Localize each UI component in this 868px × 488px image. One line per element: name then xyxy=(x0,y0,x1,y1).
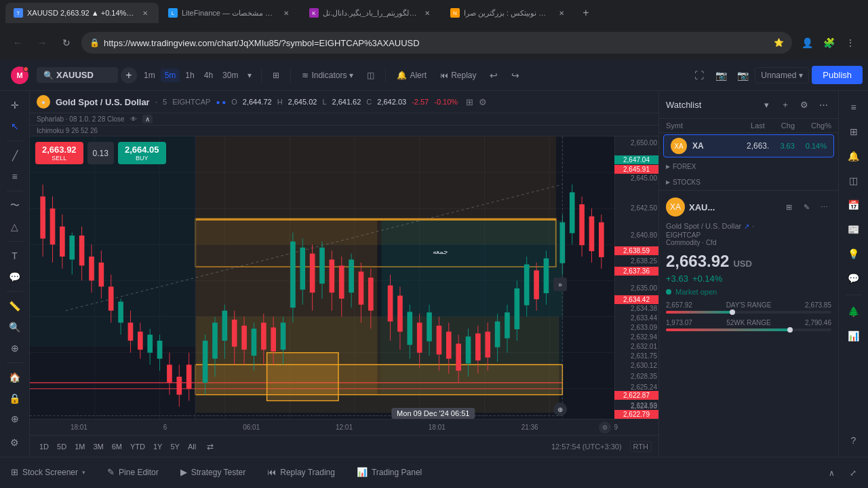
tab-replay-trading[interactable]: ⏮ Replay Trading xyxy=(256,457,346,488)
camera-button[interactable]: 📷 xyxy=(733,66,752,85)
watchlist-add-btn[interactable]: + xyxy=(777,96,793,113)
chart-drawing-area[interactable]: جمعه xyxy=(30,136,614,419)
watchlist-dropdown-btn[interactable]: ▾ xyxy=(758,96,774,113)
time-settings-icon[interactable]: ⚙ xyxy=(599,421,611,434)
measure-tool[interactable]: 📏 xyxy=(4,297,26,316)
crosshair-tool[interactable]: ✛ xyxy=(4,96,26,115)
settings-button[interactable]: ⚙ xyxy=(479,97,487,107)
zoom-tool[interactable]: 🔍 xyxy=(4,318,26,337)
pine-script-icon-btn[interactable]: 🌲 xyxy=(843,301,865,322)
symbol-search[interactable]: 🔍 XAUUSD xyxy=(37,67,118,83)
news-icon-btn[interactable]: 📰 xyxy=(843,219,865,240)
collapse-btn[interactable]: ∧ xyxy=(142,115,153,124)
period-1d[interactable]: 1D xyxy=(37,441,52,452)
replay-button[interactable]: ⏮ Replay xyxy=(435,68,481,83)
tab-close-4[interactable]: ✕ xyxy=(556,7,567,18)
tab-stock-screener[interactable]: ⊞ Stock Screener ▾ xyxy=(0,457,96,488)
tab-active[interactable]: T XAUUSD 2,663.92 ▲ +0.14% Un... ✕ xyxy=(5,3,159,23)
star-icon[interactable]: ⭐ xyxy=(774,38,784,48)
tf-5m[interactable]: 5m xyxy=(161,69,180,82)
user-avatar[interactable]: M xyxy=(11,67,28,84)
tf-30m[interactable]: 30m xyxy=(218,69,242,82)
hide-header-button[interactable]: ⊞ xyxy=(466,97,473,107)
chat-icon-btn[interactable]: 💬 xyxy=(843,267,865,289)
layers-icon-btn[interactable]: ⊞ xyxy=(843,121,865,143)
address-bar[interactable]: 🔒 https://www.tradingview.com/chart/JqXM… xyxy=(81,32,792,54)
templates-button[interactable]: ◫ xyxy=(361,68,380,83)
indicator-hide-1[interactable]: 👁 xyxy=(130,115,137,123)
watchlist-icon-btn[interactable]: ≡ xyxy=(843,96,865,118)
tab-pine-editor[interactable]: ✎ Pine Editor xyxy=(96,457,170,488)
tab-add-button[interactable]: + xyxy=(576,3,595,22)
calendar-icon-btn[interactable]: 📅 xyxy=(843,194,865,216)
indicators-button[interactable]: ≋ Indicators ▾ xyxy=(296,68,359,83)
watchlist-settings-btn[interactable]: ⚙ xyxy=(796,96,812,113)
tab-trading-panel[interactable]: 📊 Trading Panel xyxy=(346,457,433,488)
period-1y[interactable]: 1Y xyxy=(151,441,165,452)
external-link-icon[interactable]: ↗ xyxy=(744,223,749,230)
text-tool[interactable]: T xyxy=(4,247,26,265)
detail-more-btn[interactable]: ⋯ xyxy=(816,200,831,214)
tf-4h[interactable]: 4h xyxy=(200,69,217,82)
period-1m[interactable]: 1M xyxy=(72,441,87,452)
tf-1h[interactable]: 1h xyxy=(181,69,198,82)
panel-collapse-btn[interactable]: ∧ xyxy=(823,465,840,481)
period-ytd[interactable]: YTD xyxy=(127,441,148,452)
callout-tool[interactable]: 💬 xyxy=(4,268,26,286)
menu-button[interactable]: ⋮ xyxy=(841,33,860,52)
tab-close-2[interactable]: ✕ xyxy=(281,7,292,18)
tab-2[interactable]: L LiteFinance — تایید مشخصات ✕ xyxy=(160,3,300,23)
trend-line-tool[interactable]: ╱ xyxy=(4,147,26,165)
detail-grid-btn[interactable]: ⊞ xyxy=(781,200,796,214)
fullscreen-button[interactable]: ⛶ xyxy=(690,66,709,85)
refresh-button[interactable]: ↻ xyxy=(57,33,76,52)
stocks-section[interactable]: ▶ STOCKS xyxy=(659,174,838,190)
magnet-tool[interactable]: ⊕ xyxy=(4,339,26,357)
alerts-icon-btn[interactable]: 🔔 xyxy=(843,145,865,167)
tab-3[interactable]: K کتاب_الگوریتم_را_یاد_بگیر.دانال.تل... … xyxy=(301,3,441,23)
trading-icon-btn[interactable]: 📊 xyxy=(843,325,865,347)
ideas-icon-btn[interactable]: 💡 xyxy=(843,243,865,265)
drawing-tools-group[interactable]: ≡ xyxy=(4,168,26,186)
watchlist-more-btn[interactable]: ⋯ xyxy=(815,96,831,113)
alert-button[interactable]: 🔔 Alert xyxy=(391,68,432,83)
chart-home-button[interactable]: 🏠 xyxy=(4,369,26,387)
help-icon-btn[interactable]: ? xyxy=(843,430,865,451)
chart-type-button[interactable]: ⊞ xyxy=(267,68,285,83)
tab-close-3[interactable]: ✕ xyxy=(422,7,433,18)
period-5y[interactable]: 5Y xyxy=(167,441,182,452)
period-5d[interactable]: 5D xyxy=(54,441,69,452)
forex-section[interactable]: ▶ FOREX xyxy=(659,159,838,174)
add-symbol-button[interactable]: + xyxy=(121,67,137,83)
unnamed-dropdown[interactable]: Unnamed ▾ xyxy=(755,67,809,83)
redo-button[interactable]: ↪ xyxy=(506,66,525,85)
elliott-wave-tool[interactable]: 〜 xyxy=(4,197,26,215)
lock-tool[interactable]: 🔒 xyxy=(4,389,26,407)
period-all[interactable]: All xyxy=(185,441,199,452)
tab-4[interactable]: N صرافی نوبیتکس : بزرگترین صرا... ✕ xyxy=(442,3,575,23)
gann-tool[interactable]: △ xyxy=(4,218,26,236)
settings-tool[interactable]: ⚙ xyxy=(4,433,26,451)
extensions-button[interactable]: 🧩 xyxy=(819,33,838,52)
watchlist-row-xauusd[interactable]: XA XA 2,663. 3.63 0.14% xyxy=(663,134,834,157)
tab-strategy-tester[interactable]: ▶ Strategy Tester xyxy=(170,457,256,488)
compare-button[interactable]: ⇄ xyxy=(207,442,214,451)
panel-expand-btn[interactable]: ⤢ xyxy=(845,465,861,481)
forward-button[interactable]: → xyxy=(33,33,52,52)
detail-edit-btn[interactable]: ✎ xyxy=(799,200,814,214)
chart-layout-btn[interactable]: ◫ xyxy=(843,170,865,191)
buy-price-box[interactable]: 2,664.05 BUY xyxy=(118,142,166,164)
undo-button[interactable]: ↩ xyxy=(484,66,503,85)
cursor-tool[interactable]: ↖ xyxy=(4,117,26,136)
publish-button[interactable]: Publish xyxy=(812,66,863,84)
tab-close-1[interactable]: ✕ xyxy=(140,7,151,18)
snapshot-button[interactable]: 📷 xyxy=(711,66,730,85)
period-3m[interactable]: 3M xyxy=(90,441,106,452)
tf-1m[interactable]: 1m xyxy=(140,69,159,82)
expand-right-icon[interactable]: » xyxy=(553,278,567,291)
period-6m[interactable]: 6M xyxy=(109,441,125,452)
profile-button[interactable]: 👤 xyxy=(797,33,816,52)
back-button[interactable]: ← xyxy=(8,33,27,52)
timeframe-dropdown[interactable]: ▾ xyxy=(243,69,256,82)
add-tool[interactable]: ⊕ xyxy=(4,410,26,428)
